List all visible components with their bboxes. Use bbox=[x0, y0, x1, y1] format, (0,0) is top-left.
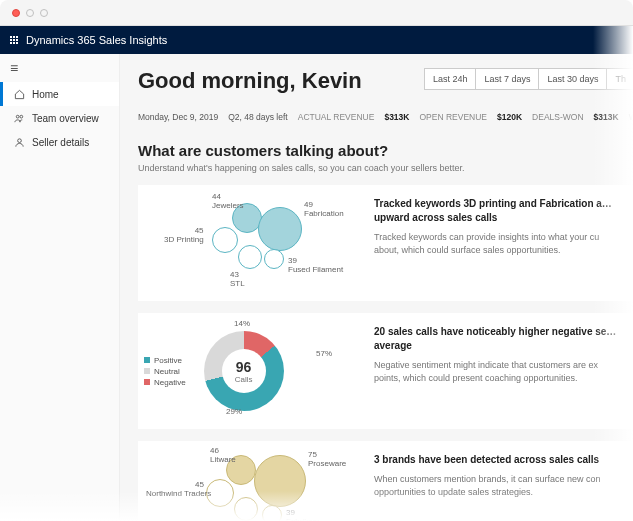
bubble-stl bbox=[238, 245, 262, 269]
legend-label: Positive bbox=[154, 356, 182, 365]
svg-point-0 bbox=[16, 115, 19, 118]
sidebar-toggle-icon[interactable]: ≡ bbox=[0, 54, 119, 82]
kpi-period: Q2, 48 days left bbox=[228, 112, 288, 122]
sidebar-item-seller-details[interactable]: Seller details bbox=[0, 130, 119, 154]
card-heading: Tracked keywords 3D printing and Fabrica… bbox=[374, 197, 621, 225]
bubble-chart-brands: 46Litware 45Northwind Traders 43GDI 75Pr… bbox=[144, 449, 364, 521]
section-title: What are customers talking about? bbox=[138, 142, 633, 159]
person-icon bbox=[13, 136, 25, 148]
app-title: Dynamics 365 Sales Insights bbox=[26, 34, 167, 46]
bubble-chart-keywords: 44Jewelers 453D Printing 43STL 49Fabrica… bbox=[144, 193, 364, 293]
kpi-strip: Monday, Dec 9, 2019 Q2, 48 days left ACT… bbox=[138, 112, 633, 122]
bubble-fusedfilament bbox=[264, 249, 284, 269]
donut-chart-sentiment: Positive Neutral Negative 96 Calls 14% 5… bbox=[144, 321, 364, 421]
legend-swatch-positive bbox=[144, 357, 150, 363]
browser-window-chrome bbox=[0, 0, 633, 26]
svg-point-1 bbox=[19, 115, 22, 118]
insight-card-keywords[interactable]: 44Jewelers 453D Printing 43STL 49Fabrica… bbox=[138, 185, 633, 301]
bubble-gdi bbox=[234, 497, 258, 521]
bubble-label: 46Litware bbox=[210, 447, 236, 465]
kpi-actual-value: $313K bbox=[384, 112, 409, 122]
bubble-label: 44Jewelers bbox=[212, 193, 244, 211]
pct-positive: 57% bbox=[316, 349, 332, 358]
sentiment-legend: Positive Neutral Negative bbox=[144, 354, 186, 389]
bubble-label: 453D Printing bbox=[164, 227, 204, 245]
legend-label: Negative bbox=[154, 378, 186, 387]
card-body: When customers mention brands, it can su… bbox=[374, 473, 621, 498]
svg-point-2 bbox=[17, 138, 21, 142]
card-body: Negative sentiment might indicate that c… bbox=[374, 359, 621, 384]
pct-neutral: 29% bbox=[226, 407, 242, 416]
bubble-label: 75Proseware bbox=[308, 451, 346, 469]
time-range-group: Last 24h Last 7 days Last 30 days Th bbox=[425, 68, 633, 90]
kpi-actual-label: ACTUAL REVENUE bbox=[298, 112, 375, 122]
bubble-label: 39Fused Filament bbox=[288, 257, 343, 275]
app-topbar: Dynamics 365 Sales Insights bbox=[0, 26, 633, 54]
range-last-30-days[interactable]: Last 30 days bbox=[538, 68, 607, 90]
section-subtitle: Understand what's happening on sales cal… bbox=[138, 163, 633, 173]
legend-swatch-neutral bbox=[144, 368, 150, 374]
window-close-dot[interactable] bbox=[12, 9, 20, 17]
app-launcher-icon[interactable] bbox=[10, 36, 18, 44]
sidebar-item-team-overview[interactable]: Team overview bbox=[0, 106, 119, 130]
sidebar: ≡ Home Team overview Seller details bbox=[0, 54, 120, 521]
window-minimize-dot[interactable] bbox=[26, 9, 34, 17]
kpi-deals-label: DEALS-WON bbox=[532, 112, 583, 122]
donut-center-value: 96 bbox=[236, 359, 252, 375]
kpi-open-label: OPEN REVENUE bbox=[419, 112, 487, 122]
page-title: Good morning, Kevin bbox=[138, 68, 362, 94]
home-icon bbox=[13, 88, 25, 100]
kpi-winrate-label: WIN-RATE bbox=[629, 112, 633, 122]
pct-negative: 14% bbox=[234, 319, 250, 328]
kpi-deals-value: $313K bbox=[594, 112, 619, 122]
card-heading: 20 sales calls have noticeably higher ne… bbox=[374, 325, 621, 353]
donut-ring: 96 Calls bbox=[204, 331, 284, 411]
window-zoom-dot[interactable] bbox=[40, 9, 48, 17]
sidebar-item-label: Seller details bbox=[32, 137, 89, 148]
bubble-proseware bbox=[254, 455, 306, 507]
range-last-24h[interactable]: Last 24h bbox=[424, 68, 477, 90]
sidebar-item-label: Home bbox=[32, 89, 59, 100]
bubble-label: 43STL bbox=[230, 271, 245, 289]
donut-center-label: Calls bbox=[235, 375, 253, 384]
insight-card-sentiment[interactable]: Positive Neutral Negative 96 Calls 14% 5… bbox=[138, 313, 633, 429]
bubble-label: 49Fabrication bbox=[304, 201, 344, 219]
main-content: Good morning, Kevin Last 24h Last 7 days… bbox=[120, 54, 633, 521]
sidebar-item-label: Team overview bbox=[32, 113, 99, 124]
legend-label: Neutral bbox=[154, 367, 180, 376]
range-more[interactable]: Th bbox=[606, 68, 633, 90]
bubble-fabrication bbox=[258, 207, 302, 251]
card-body: Tracked keywords can provide insights in… bbox=[374, 231, 621, 256]
donut-center: 96 Calls bbox=[222, 349, 266, 393]
bubble-label: 39Fabrikam bbox=[286, 509, 319, 521]
range-last-7-days[interactable]: Last 7 days bbox=[475, 68, 539, 90]
kpi-date: Monday, Dec 9, 2019 bbox=[138, 112, 218, 122]
insight-card-brands[interactable]: 46Litware 45Northwind Traders 43GDI 75Pr… bbox=[138, 441, 633, 521]
card-heading: 3 brands have been detected across sales… bbox=[374, 453, 621, 467]
bubble-fabrikam bbox=[262, 505, 282, 521]
kpi-open-value: $120K bbox=[497, 112, 522, 122]
legend-swatch-negative bbox=[144, 379, 150, 385]
bubble-label: 45Northwind Traders bbox=[146, 481, 204, 499]
sidebar-item-home[interactable]: Home bbox=[0, 82, 119, 106]
team-icon bbox=[13, 112, 25, 124]
bubble-3dprinting bbox=[212, 227, 238, 253]
